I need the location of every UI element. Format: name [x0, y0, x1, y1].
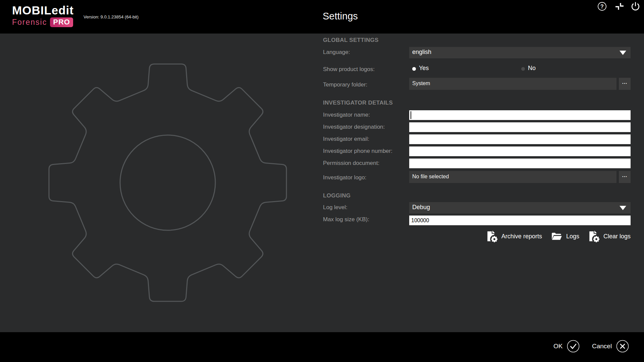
app-product-name: Forensic: [12, 18, 47, 27]
investigator-logo-browse-button[interactable]: ...: [619, 171, 631, 183]
chevron-down-icon: [620, 206, 626, 210]
ok-label: OK: [553, 343, 562, 350]
title-bar: MOBILedit Forensic PRO Version: 9.0.1.23…: [0, 0, 644, 34]
pro-badge: PRO: [50, 17, 73, 27]
clear-logs-button[interactable]: Clear logs: [588, 230, 631, 242]
radio-yes[interactable]: [412, 67, 416, 71]
check-circle-icon: [567, 340, 580, 353]
radio-no[interactable]: [521, 67, 525, 71]
investigator-phone-label: Investigator phone number:: [323, 148, 392, 155]
investigator-email-label: Investigator email:: [323, 136, 369, 142]
clear-logs-label: Clear logs: [603, 233, 631, 240]
temp-folder-field[interactable]: System: [409, 78, 616, 90]
investigator-phone-input[interactable]: [409, 146, 631, 156]
permission-document-input[interactable]: [409, 159, 631, 168]
log-actions-row: Archive reports Logs Clear logs: [409, 230, 631, 243]
temp-folder-label: Temporary folder:: [323, 81, 367, 88]
max-log-size-input[interactable]: [409, 216, 631, 225]
temp-folder-browse-button[interactable]: ...: [619, 78, 631, 90]
investigator-logo-value: No file selected: [412, 174, 449, 180]
log-level-label: Log level:: [323, 204, 347, 211]
language-value: english: [412, 49, 431, 56]
section-global-settings: GLOBAL SETTINGS: [323, 37, 379, 44]
archive-reports-button[interactable]: Archive reports: [486, 230, 542, 242]
power-icon[interactable]: [630, 1, 641, 11]
investigator-logo-label: Investigator logo:: [323, 174, 366, 181]
cancel-button[interactable]: Cancel: [592, 340, 629, 353]
version-text: Version: 9.0.1.23854 (64-bit): [84, 14, 139, 19]
folder-icon: [551, 230, 563, 242]
section-logging: LOGGING: [323, 192, 351, 199]
help-icon[interactable]: ?: [597, 2, 607, 11]
max-log-size-label: Max log size (KB):: [323, 216, 369, 223]
investigator-logo-field[interactable]: No file selected: [409, 171, 616, 183]
svg-text:?: ?: [600, 4, 604, 9]
logs-button[interactable]: Logs: [551, 230, 579, 242]
resize-window-icon[interactable]: [615, 2, 624, 11]
language-label: Language:: [323, 49, 350, 56]
gear-artwork: [37, 52, 299, 313]
investigator-name-input[interactable]: [409, 110, 631, 120]
archive-reports-label: Archive reports: [501, 233, 542, 240]
investigator-name-label: Investigator name:: [323, 112, 370, 118]
app-name: MOBILedit: [12, 4, 74, 17]
radio-no-label[interactable]: No: [528, 65, 536, 72]
log-level-value: Debug: [412, 204, 430, 211]
show-logos-label: Show product logos:: [323, 66, 375, 73]
document-gear-icon: [486, 230, 498, 242]
app-logo: MOBILedit Forensic PRO: [12, 4, 74, 27]
radio-yes-label[interactable]: Yes: [419, 65, 429, 72]
text-caret: [411, 111, 411, 119]
investigator-email-input[interactable]: [409, 134, 631, 144]
footer-bar: [0, 332, 644, 362]
permission-document-label: Permission document:: [323, 160, 379, 167]
investigator-designation-label: Investigator designation:: [323, 124, 385, 130]
x-circle-icon: [616, 340, 629, 353]
section-investigator-details: INVESTIGATOR DETAILS: [323, 100, 393, 106]
language-dropdown[interactable]: english: [409, 47, 631, 58]
cancel-label: Cancel: [592, 343, 612, 350]
logs-label: Logs: [566, 233, 579, 240]
document-gear-icon: [588, 230, 600, 242]
temp-folder-value: System: [412, 80, 430, 86]
page-title: Settings: [323, 11, 358, 22]
chevron-down-icon: [620, 51, 626, 55]
investigator-designation-input[interactable]: [409, 122, 631, 132]
log-level-dropdown[interactable]: Debug: [409, 202, 631, 214]
ok-button[interactable]: OK: [553, 340, 580, 353]
